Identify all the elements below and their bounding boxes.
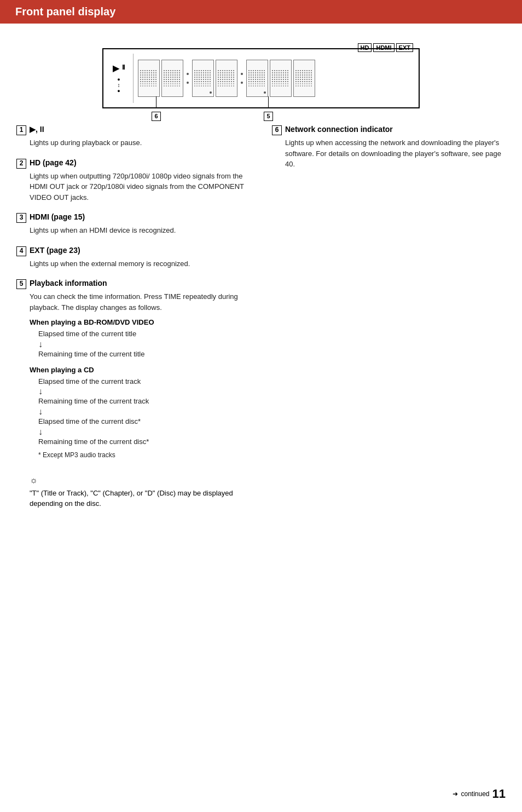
cd-arrow-2: ↓ — [38, 407, 250, 416]
item-1-block: 1 ▶, II Lights up during playback or pau… — [16, 125, 250, 148]
bd-arrow: ↓ — [38, 340, 250, 349]
callout-6-line — [156, 96, 156, 108]
indicator-badges-row: HD HDMI EXT — [358, 43, 413, 52]
play-pause-icons: ▶ II — [113, 64, 125, 73]
page-header: Front panel display — [0, 0, 522, 24]
item-6-header: 6 Network connection indicator — [272, 125, 506, 135]
note-text: "T" (Title or Track), "C" (Chapter), or … — [30, 488, 250, 509]
cd-step-3: Elapsed time of the current disc* — [38, 416, 250, 428]
item-2-title: HD (page 42) — [30, 158, 77, 167]
digit-block-3 — [192, 60, 214, 97]
cd-step-2: Remaining time of the current track — [38, 396, 250, 407]
hdmi-indicator: HDMI — [373, 43, 394, 52]
play-icon: ▶ — [113, 64, 119, 73]
item-6-body: Lights up when accessing the network and… — [285, 137, 506, 170]
cd-step-1: Elapsed time of the current track — [38, 376, 250, 388]
item-6-block: 6 Network connection indicator Lights up… — [272, 125, 506, 170]
cd-arrow-3: ↓ — [38, 428, 250, 436]
item-5-number: 5 — [16, 279, 26, 289]
item-5-block: 5 Playback information You can check the… — [16, 279, 250, 509]
hd-indicator: HD — [358, 43, 372, 52]
digit-block-2 — [161, 60, 183, 97]
digit-separator-1 — [185, 60, 190, 97]
bd-dvd-steps: Elapsed time of the current title ↓ Rema… — [38, 329, 250, 360]
item-5-title: Playback information — [30, 279, 107, 287]
item-1-body: Lights up during playback or pause. — [30, 137, 250, 148]
item-3-title: HDMI (page 15) — [30, 212, 85, 221]
item-2-number: 2 — [16, 159, 26, 169]
left-column: 1 ▶, II Lights up during playback or pau… — [16, 125, 250, 509]
item-3-block: 3 HDMI (page 15) Lights up when an HDMI … — [16, 212, 250, 236]
bd-step-1: Elapsed time of the current title — [38, 329, 250, 340]
cd-footnote: * Except MP3 audio tracks — [38, 450, 250, 460]
page-title: Front panel display — [15, 5, 115, 18]
item-4-header: 4 EXT (page 23) — [16, 246, 250, 256]
cd-steps: Elapsed time of the current track ↓ Rema… — [38, 376, 250, 448]
cd-step-4: Remaining time of the current disc* — [38, 436, 250, 448]
digit-displays: HD HDMI EXT — [138, 60, 413, 97]
item-4-block: 4 EXT (page 23) Lights up when the exter… — [16, 246, 250, 269]
bd-step-2: Remaining time of the current title — [38, 349, 250, 360]
callout-5-line — [268, 96, 269, 108]
item-5-body: You can check the time information. Pres… — [30, 291, 250, 313]
item-1-title: ▶, II — [30, 125, 44, 134]
digit-block-5 — [246, 60, 268, 97]
content-area: 1 2 3 4 ▶ II ● ↕ — [0, 48, 522, 531]
item-3-header: 3 HDMI (page 15) — [16, 212, 250, 223]
digit-block-4 — [216, 60, 237, 97]
item-1-header: 1 ▶, II — [16, 125, 250, 135]
digit-separator-2 — [239, 60, 245, 97]
bd-dvd-title: When playing a BD-ROM/DVD VIDEO — [30, 318, 250, 326]
play-pause-disc-section: ▶ II ● ↕ ● — [109, 54, 134, 103]
digit-block-1 — [138, 60, 160, 97]
item-4-number: 4 — [16, 246, 26, 256]
pause-icon: II — [122, 64, 125, 73]
cd-arrow-1: ↓ — [38, 387, 250, 396]
page-footer: ➜ continued 11 — [453, 787, 506, 801]
items-grid: 1 ▶, II Lights up during playback or pau… — [16, 125, 506, 509]
note-icon: ☼ — [30, 474, 250, 487]
callout-6-label: 6 — [152, 112, 161, 121]
item-2-header: 2 HD (page 42) — [16, 158, 250, 169]
front-panel-box: ▶ II ● ↕ ● HD HDMI EXT — [102, 48, 420, 108]
cd-title: When playing a CD — [30, 366, 250, 374]
right-column: 6 Network connection indicator Lights up… — [272, 125, 506, 509]
page-number: 11 — [492, 787, 506, 801]
callout-5-label: 5 — [264, 112, 273, 121]
item-6-number: 6 — [272, 125, 282, 135]
note-section: ☼ "T" (Title or Track), "C" (Chapter), o… — [30, 474, 250, 509]
digit-block-6 — [270, 60, 292, 97]
continued-arrow-icon: ➜ — [453, 790, 458, 798]
item-1-number: 1 — [16, 125, 26, 135]
item-2-body: Lights up when outputting 720p/1080i/ 10… — [30, 171, 250, 203]
continued-label: continued — [461, 790, 489, 798]
ext-indicator: EXT — [396, 43, 413, 52]
item-5-header: 5 Playback information — [16, 279, 250, 289]
digit-block-7 — [293, 60, 315, 97]
disc-indicator: ● ↕ ● — [117, 77, 120, 94]
item-3-number: 3 — [16, 213, 26, 223]
item-6-title: Network connection indicator — [285, 125, 393, 134]
item-4-body: Lights up when the external memory is re… — [30, 258, 250, 269]
item-4-title: EXT (page 23) — [30, 246, 80, 255]
item-3-body: Lights up when an HDMI device is recogni… — [30, 225, 250, 236]
item-2-block: 2 HD (page 42) Lights up when outputting… — [16, 158, 250, 203]
panel-diagram-container: 1 2 3 4 ▶ II ● ↕ — [102, 48, 420, 108]
